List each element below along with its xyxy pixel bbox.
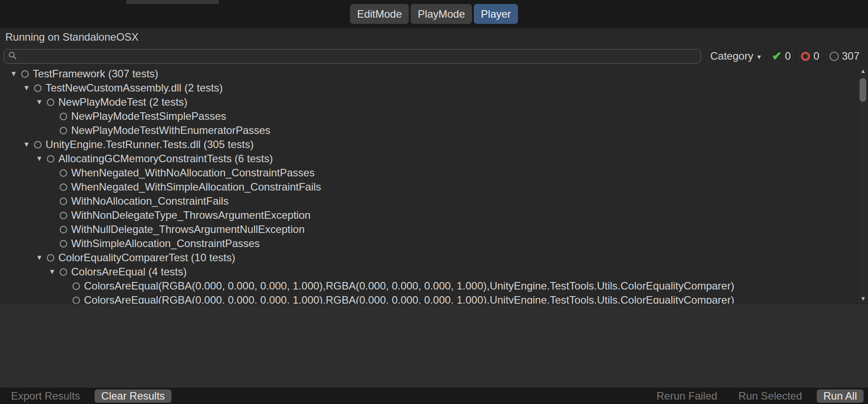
foldout-arrow-icon[interactable]: ▼ bbox=[32, 98, 47, 106]
test-label: WhenNegated_WithNoAllocation_ConstraintP… bbox=[71, 167, 315, 179]
top-toolbar: EditModePlayModePlayer bbox=[0, 0, 868, 28]
test-label: UnityEngine.TestRunner.Tests.dll (305 te… bbox=[46, 138, 254, 151]
test-label: NewPlayModeTestSimplePasses bbox=[71, 110, 226, 122]
test-label: NewPlayModeTest (2 tests) bbox=[58, 96, 187, 108]
mode-tab-player[interactable]: Player bbox=[474, 4, 518, 24]
tree-row[interactable]: WithNonDelegateType_ThrowsArgumentExcept… bbox=[0, 208, 868, 222]
tree-row[interactable]: WhenNegated_WithSimpleAllocation_Constra… bbox=[0, 180, 868, 194]
test-status-notrun-icon bbox=[60, 113, 67, 120]
scroll-up-icon[interactable]: ▲ bbox=[858, 68, 868, 74]
foldout-arrow-icon[interactable]: ▼ bbox=[6, 70, 21, 78]
test-status-notrun-icon bbox=[60, 198, 67, 205]
test-label: TestFramework (307 tests) bbox=[33, 68, 158, 80]
test-status-notrun-icon bbox=[60, 127, 67, 134]
failed-count-toggle[interactable]: 0 bbox=[796, 46, 824, 66]
footer-bar: Export ResultsClear Results Rerun Failed… bbox=[0, 388, 868, 404]
rerun-failed-button[interactable]: Rerun Failed bbox=[650, 389, 723, 403]
test-status-notrun-icon bbox=[60, 268, 67, 276]
tree-row[interactable]: WhenNegated_WithNoAllocation_ConstraintP… bbox=[0, 166, 868, 180]
tree-row[interactable]: ColorsAreEqual(RGBA(0.000, 0.000, 0.000,… bbox=[0, 293, 868, 304]
category-label: Category bbox=[710, 50, 753, 62]
foldout-arrow-icon[interactable]: ▼ bbox=[19, 141, 34, 149]
tree-row[interactable]: ▼UnityEngine.TestRunner.Tests.dll (305 t… bbox=[0, 137, 868, 152]
test-label: WhenNegated_WithSimpleAllocation_Constra… bbox=[71, 181, 321, 193]
mode-tab-editmode[interactable]: EditMode bbox=[350, 4, 409, 24]
chevron-down-icon: ▾ bbox=[757, 51, 761, 61]
search-icon bbox=[8, 51, 17, 62]
status-row: Running on StandaloneOSX bbox=[0, 28, 868, 46]
tree-row[interactable]: ▼TestNewCustomAssembly.dll (2 tests) bbox=[0, 81, 868, 95]
run-selected-button[interactable]: Run Selected bbox=[732, 389, 809, 403]
tree-scrollbar[interactable]: ▲ ▼ bbox=[858, 66, 868, 304]
foldout-arrow-icon[interactable]: ▼ bbox=[45, 268, 60, 276]
footer-left-buttons: Export ResultsClear Results bbox=[4, 389, 171, 403]
foldout-arrow-icon[interactable]: ▼ bbox=[32, 254, 47, 262]
test-status-notrun-icon bbox=[60, 169, 67, 177]
test-tree-panel: ▼TestFramework (307 tests)▼TestNewCustom… bbox=[0, 66, 868, 304]
test-status-notrun-icon bbox=[72, 297, 80, 304]
foldout-arrow-icon[interactable]: ▼ bbox=[19, 84, 34, 92]
tree-row[interactable]: ▼ColorsAreEqual (4 tests) bbox=[0, 265, 868, 279]
notrun-count-toggle[interactable]: 307 bbox=[824, 46, 864, 66]
test-status-notrun-icon bbox=[60, 240, 67, 248]
tree-row[interactable]: ▼ColorEqualityComparerTest (10 tests) bbox=[0, 251, 868, 265]
scroll-down-icon[interactable]: ▼ bbox=[858, 296, 868, 301]
failed-count: 0 bbox=[813, 50, 819, 62]
test-status-notrun-icon bbox=[60, 212, 67, 219]
running-status-text: Running on StandaloneOSX bbox=[5, 31, 139, 43]
scroll-thumb[interactable] bbox=[860, 78, 866, 102]
test-status-notrun-icon bbox=[60, 226, 67, 233]
tree-row[interactable]: WithNullDelegate_ThrowsArgumentNullExcep… bbox=[0, 222, 868, 236]
footer-right-buttons: Rerun FailedRun SelectedRun All bbox=[650, 389, 864, 403]
run-all-button[interactable]: Run All bbox=[817, 389, 864, 403]
test-status-notrun-icon bbox=[60, 183, 67, 191]
passed-count: 0 bbox=[785, 50, 791, 62]
search-field[interactable] bbox=[4, 49, 701, 64]
test-label: WithNullDelegate_ThrowsArgumentNullExcep… bbox=[71, 223, 305, 236]
window-tab-remnant[interactable] bbox=[126, 0, 219, 4]
test-status-notrun-icon bbox=[21, 70, 29, 78]
tree-row[interactable]: ColorsAreEqual(RGBA(0.000, 0.000, 0.000,… bbox=[0, 279, 868, 293]
export-results-button[interactable]: Export Results bbox=[4, 389, 87, 403]
test-status-notrun-icon bbox=[34, 84, 42, 92]
test-status-notrun-icon bbox=[47, 254, 54, 262]
category-dropdown[interactable]: Category ▾ bbox=[704, 46, 766, 66]
tree-row[interactable]: ▼TestFramework (307 tests) bbox=[0, 67, 868, 81]
notrun-circle-icon bbox=[830, 52, 839, 61]
test-label: ColorsAreEqual(RGBA(0.000, 0.000, 0.000,… bbox=[84, 294, 734, 304]
clear-results-button[interactable]: Clear Results bbox=[95, 389, 171, 403]
mode-tab-playmode[interactable]: PlayMode bbox=[411, 4, 472, 24]
test-status-notrun-icon bbox=[47, 99, 54, 106]
test-label: ColorEqualityComparerTest (10 tests) bbox=[58, 252, 235, 264]
notrun-count: 307 bbox=[842, 50, 860, 62]
tree-row[interactable]: ▼NewPlayModeTest (2 tests) bbox=[0, 95, 868, 109]
test-label: TestNewCustomAssembly.dll (2 tests) bbox=[46, 82, 223, 94]
test-status-notrun-icon bbox=[72, 282, 80, 290]
tree-row[interactable]: ▼AllocatingGCMemoryConstraintTests (6 te… bbox=[0, 152, 868, 166]
test-status-notrun-icon bbox=[47, 155, 54, 163]
test-label: ColorsAreEqual(RGBA(0.000, 0.000, 0.000,… bbox=[84, 280, 734, 292]
test-status-notrun-icon bbox=[34, 141, 42, 149]
tree-row[interactable]: WithNoAllocation_ConstraintFails bbox=[0, 194, 868, 208]
foldout-arrow-icon[interactable]: ▼ bbox=[32, 155, 47, 163]
test-detail-pane bbox=[0, 304, 868, 388]
failed-circle-icon bbox=[801, 52, 810, 61]
passed-check-icon: ✔ bbox=[772, 50, 782, 62]
mode-tabs: EditModePlayModePlayer bbox=[350, 4, 518, 24]
test-tree-rows: ▼TestFramework (307 tests)▼TestNewCustom… bbox=[0, 66, 868, 304]
test-label: WithNonDelegateType_ThrowsArgumentExcept… bbox=[71, 209, 311, 221]
tree-row[interactable]: NewPlayModeTestWithEnumeratorPasses bbox=[0, 123, 868, 137]
test-label: ColorsAreEqual (4 tests) bbox=[71, 266, 187, 278]
test-label: WithSimpleAllocation_ConstraintPasses bbox=[71, 237, 260, 250]
tree-row[interactable]: NewPlayModeTestSimplePasses bbox=[0, 109, 868, 123]
passed-count-toggle[interactable]: ✔ 0 bbox=[766, 46, 796, 66]
filter-toolbar: Category ▾ ✔ 0 0 307 bbox=[0, 46, 868, 66]
search-input[interactable] bbox=[20, 50, 697, 62]
tree-row[interactable]: WithSimpleAllocation_ConstraintPasses bbox=[0, 236, 868, 251]
test-label: NewPlayModeTestWithEnumeratorPasses bbox=[71, 124, 270, 137]
test-label: WithNoAllocation_ConstraintFails bbox=[71, 195, 228, 207]
test-label: AllocatingGCMemoryConstraintTests (6 tes… bbox=[58, 152, 273, 165]
